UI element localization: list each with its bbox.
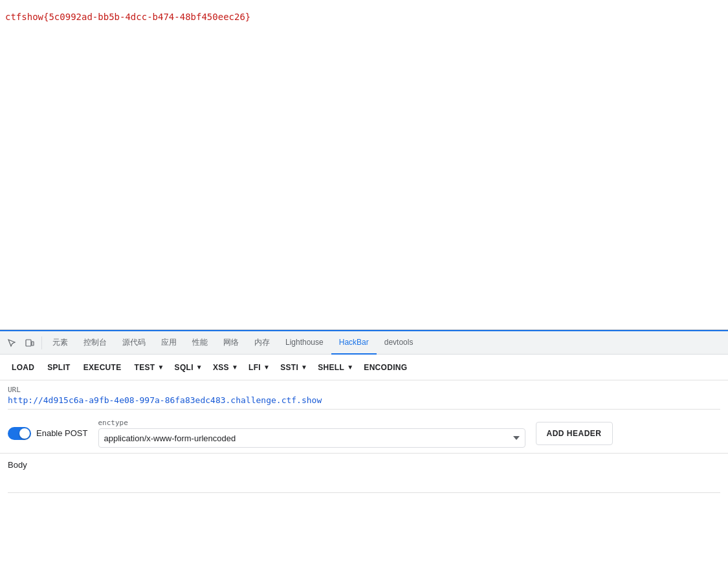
ssti-arrow-icon: ▼ <box>301 364 307 371</box>
tab-hackbar[interactable]: HackBar <box>331 331 377 355</box>
cursor-icon[interactable] <box>3 334 21 352</box>
shell-button[interactable]: SHELL ▼ <box>311 358 357 377</box>
tab-divider <box>41 336 42 349</box>
add-header-button[interactable]: ADD HEADER <box>536 422 613 445</box>
tab-memory[interactable]: 内存 <box>247 331 278 355</box>
lfi-arrow-icon: ▼ <box>263 364 270 371</box>
sqli-arrow-icon: ▼ <box>196 364 203 371</box>
test-button[interactable]: TEST ▼ <box>128 358 168 377</box>
tab-sources[interactable]: 源代码 <box>115 331 153 355</box>
execute-button[interactable]: EXECUTE <box>77 358 128 377</box>
hackbar-toolbar: LOAD SPLIT EXECUTE TEST ▼ SQLI ▼ XSS ▼ L… <box>0 355 728 380</box>
browser-content: ctfshow{5c0992ad-bb5b-4dcc-b474-48bf450e… <box>0 0 728 330</box>
toggle-container: Enable POST <box>8 427 88 440</box>
enctype-label: enctype <box>98 419 525 427</box>
url-section: URL http://4d915c6a-a9fb-4e08-997a-86fa8… <box>0 380 728 412</box>
device-icon[interactable] <box>21 334 39 352</box>
body-label: Body <box>8 460 720 470</box>
body-section: Body <box>0 454 728 493</box>
tab-devtools[interactable]: devtools <box>377 331 421 355</box>
test-arrow-icon: ▼ <box>157 364 164 371</box>
enable-post-label: Enable POST <box>36 428 88 438</box>
ctf-flag-text: ctfshow{5c0992ad-bb5b-4dcc-b474-48bf450e… <box>5 12 250 22</box>
tab-performance[interactable]: 性能 <box>184 331 215 355</box>
tab-application[interactable]: 应用 <box>153 331 184 355</box>
devtools-tab-bar: 元素 控制台 源代码 应用 性能 网络 内存 Lighthouse HackBa… <box>0 331 728 355</box>
svg-rect-0 <box>26 340 31 346</box>
split-button[interactable]: SPLIT <box>41 358 77 377</box>
load-button[interactable]: LOAD <box>5 358 41 377</box>
body-input[interactable] <box>8 474 720 493</box>
enctype-container: enctype application/x-www-form-urlencode… <box>98 419 525 448</box>
encoding-button[interactable]: ENCODING <box>357 358 414 377</box>
tab-lighthouse[interactable]: Lighthouse <box>278 331 331 355</box>
shell-arrow-icon: ▼ <box>347 364 353 371</box>
enctype-select[interactable]: application/x-www-form-urlencoded <box>98 428 525 448</box>
xss-button[interactable]: XSS ▼ <box>206 358 242 377</box>
lfi-button[interactable]: LFI ▼ <box>242 358 274 377</box>
url-label: URL <box>8 386 720 394</box>
tab-console[interactable]: 控制台 <box>76 331 115 355</box>
sqli-button[interactable]: SQLI ▼ <box>168 358 206 377</box>
ssti-button[interactable]: SSTI ▼ <box>274 358 311 377</box>
tab-elements[interactable]: 元素 <box>45 331 76 355</box>
xss-arrow-icon: ▼ <box>232 364 238 371</box>
url-value[interactable]: http://4d915c6a-a9fb-4e08-997a-86fa83edc… <box>8 395 720 410</box>
enable-post-toggle[interactable] <box>8 427 31 440</box>
tab-network[interactable]: 网络 <box>215 331 247 355</box>
devtools-panel: 元素 控制台 源代码 应用 性能 网络 内存 Lighthouse HackBa… <box>0 330 728 493</box>
svg-rect-1 <box>32 342 34 345</box>
post-section: Enable POST enctype application/x-www-fo… <box>0 412 728 454</box>
